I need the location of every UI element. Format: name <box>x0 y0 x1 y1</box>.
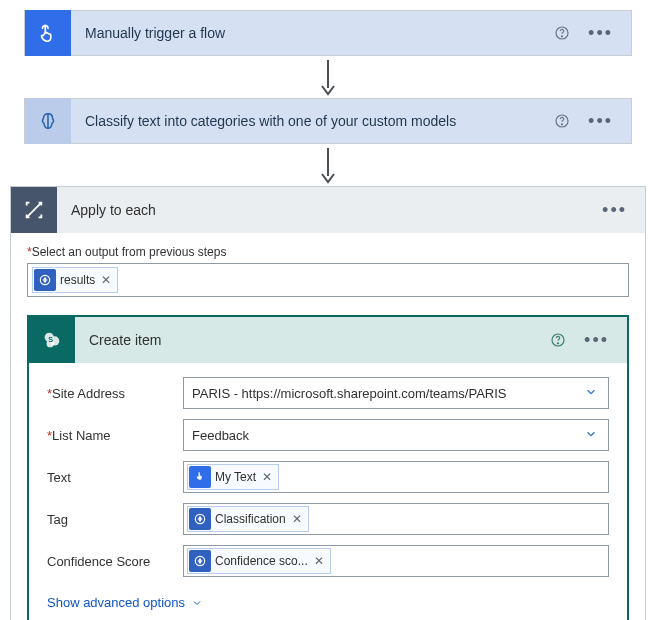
confidence-label: Confidence Score <box>47 554 183 569</box>
site-address-label: *Site Address <box>47 386 183 401</box>
create-item-card: S Create item ••• *Site Address PARIS - <box>27 315 629 620</box>
token-remove[interactable]: ✕ <box>286 512 308 526</box>
apply-title: Apply to each <box>57 202 584 218</box>
dynamic-content-icon <box>189 466 211 488</box>
text-input[interactable]: My Text ✕ <box>183 461 609 493</box>
touch-icon <box>25 10 71 56</box>
svg-point-5 <box>562 124 563 125</box>
svg-text:S: S <box>48 335 53 344</box>
token-remove[interactable]: ✕ <box>308 554 330 568</box>
token-confidence[interactable]: Confidence sco... ✕ <box>187 548 331 574</box>
token-classification[interactable]: Classification ✕ <box>187 506 309 532</box>
loop-icon <box>11 187 57 233</box>
help-icon[interactable] <box>550 332 566 348</box>
dynamic-content-icon <box>34 269 56 291</box>
chevron-down-icon <box>584 427 598 444</box>
help-icon[interactable] <box>554 25 570 41</box>
site-address-select[interactable]: PARIS - https://microsoft.sharepoint.com… <box>183 377 609 409</box>
token-results[interactable]: results ✕ <box>32 267 118 293</box>
token-remove[interactable]: ✕ <box>256 470 278 484</box>
brain-icon <box>25 98 71 144</box>
svg-point-1 <box>562 36 563 37</box>
flow-arrow <box>10 58 646 96</box>
sharepoint-icon: S <box>29 317 75 363</box>
tag-input[interactable]: Classification ✕ <box>183 503 609 535</box>
confidence-input[interactable]: Confidence sco... ✕ <box>183 545 609 577</box>
step-title: Classify text into categories with one o… <box>71 113 536 129</box>
token-remove[interactable]: ✕ <box>95 273 117 287</box>
step-classify-text[interactable]: Classify text into categories with one o… <box>24 98 632 144</box>
svg-point-13 <box>558 343 559 344</box>
create-item-header[interactable]: S Create item ••• <box>29 317 627 363</box>
create-item-title: Create item <box>75 332 532 348</box>
list-name-select[interactable]: Feedback <box>183 419 609 451</box>
list-name-label: *List Name <box>47 428 183 443</box>
chevron-down-icon <box>191 597 203 609</box>
show-advanced-options[interactable]: Show advanced options <box>47 595 203 610</box>
step-manual-trigger[interactable]: Manually trigger a flow ••• <box>24 10 632 56</box>
tag-label: Tag <box>47 512 183 527</box>
token-my-text[interactable]: My Text ✕ <box>187 464 279 490</box>
output-input[interactable]: results ✕ <box>27 263 629 297</box>
step-title: Manually trigger a flow <box>71 25 536 41</box>
flow-arrow <box>10 146 646 184</box>
token-label: results <box>60 273 95 287</box>
output-label: *Select an output from previous steps <box>27 245 629 259</box>
chevron-down-icon <box>584 385 598 402</box>
apply-to-each-header[interactable]: Apply to each ••• <box>11 187 645 233</box>
text-label: Text <box>47 470 183 485</box>
dynamic-content-icon <box>189 550 211 572</box>
help-icon[interactable] <box>554 113 570 129</box>
dynamic-content-icon <box>189 508 211 530</box>
apply-to-each-container: Apply to each ••• *Select an output from… <box>10 186 646 620</box>
